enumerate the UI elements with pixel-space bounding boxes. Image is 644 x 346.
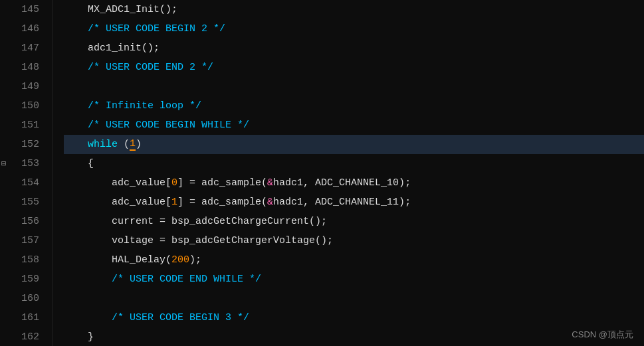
line-num-145: 145 [0, 0, 45, 19]
code-line-148: /* USER CODE END 2 */ [64, 58, 644, 77]
code-line-155: adc_value[1] = adc_sample(&hadc1, ADC_CH… [64, 193, 644, 212]
code-text: ] = adc_sample( [177, 197, 267, 208]
code-text: current = bsp_adcGetChargeCurrent(); [64, 216, 327, 227]
code-line-151: /* USER CODE BEGIN WHILE */ [64, 116, 644, 135]
code-line-146: /* USER CODE BEGIN 2 */ [64, 19, 644, 39]
line-num-157: 157 [0, 231, 45, 250]
code-text: ( [118, 139, 130, 150]
code-text: /* USER CODE BEGIN WHILE */ [64, 120, 249, 131]
code-content: MX_ADC1_Init(); /* USER CODE BEGIN 2 */ … [53, 0, 644, 346]
code-line-153: { [64, 154, 644, 173]
code-line-156: current = bsp_adcGetChargeCurrent(); [64, 212, 644, 231]
code-text: hadc1, ADC_CHANNEL_11); [273, 197, 411, 208]
line-num-149: 149 [0, 77, 45, 96]
code-line-149 [64, 77, 644, 96]
line-num-161: 161 [0, 308, 45, 327]
line-num-152: 152 [0, 135, 45, 154]
code-line-150: /* Infinite loop */ [64, 96, 644, 116]
code-text: /* Infinite loop */ [64, 100, 201, 112]
watermark: CSDN @顶点元 [572, 329, 633, 341]
code-text: /* USER CODE END 2 */ [64, 62, 213, 73]
code-text: adc_value[ [64, 197, 171, 208]
while-keyword: while [64, 139, 118, 150]
code-text: adc1_init(); [64, 43, 160, 54]
line-num-150: 150 [0, 96, 45, 116]
line-num-151: 151 [0, 116, 45, 135]
code-text: hadc1, ADC_CHANNEL_10); [273, 177, 411, 189]
code-text: adc_value[ [64, 177, 171, 189]
code-line-159: /* USER CODE END WHILE */ [64, 270, 644, 289]
line-num-155: 155 [0, 193, 45, 212]
code-text: } [64, 331, 94, 343]
code-line-161: /* USER CODE BEGIN 3 */ [64, 308, 644, 327]
code-text: /* USER CODE END WHILE */ [64, 274, 261, 285]
code-editor: 145 146 147 148 149 150 151 152 153 154 … [0, 0, 644, 346]
code-amp: & [267, 197, 273, 208]
code-text: HAL_Delay( [64, 254, 171, 266]
code-text: voltage = bsp_adcGetChargerVoltage(); [64, 235, 333, 246]
line-num-146: 146 [0, 19, 45, 39]
code-text: ] = adc_sample( [177, 177, 267, 189]
line-num-162: 162 [0, 327, 45, 346]
line-num-158: 158 [0, 250, 45, 270]
code-line-154: adc_value[0] = adc_sample(&hadc1, ADC_CH… [64, 173, 644, 193]
code-num: 1 [171, 197, 177, 208]
line-num-148: 148 [0, 58, 45, 77]
code-num: 0 [171, 177, 177, 189]
code-line-145: MX_ADC1_Init(); [64, 0, 644, 19]
line-num-159: 159 [0, 270, 45, 289]
code-line-160 [64, 289, 644, 308]
line-num-160: 160 [0, 289, 45, 308]
code-text: ) [136, 139, 142, 150]
line-num-153: 153 [0, 154, 45, 173]
code-line-152: while (1) [64, 135, 644, 154]
code-text: /* USER CODE BEGIN 3 */ [64, 312, 249, 323]
code-line-158: HAL_Delay(200); [64, 250, 644, 270]
code-num: 200 [171, 254, 189, 266]
number-1: 1 [130, 138, 136, 151]
line-num-156: 156 [0, 212, 45, 231]
code-text: MX_ADC1_Init(); [64, 4, 177, 15]
code-amp: & [267, 177, 273, 189]
code-text: { [64, 158, 94, 169]
code-text: ); [189, 254, 201, 266]
code-line-162: } [64, 327, 644, 346]
line-num-154: 154 [0, 173, 45, 193]
code-line-157: voltage = bsp_adcGetChargerVoltage(); [64, 231, 644, 250]
code-text: /* USER CODE BEGIN 2 */ [64, 23, 225, 35]
line-numbers: 145 146 147 148 149 150 151 152 153 154 … [0, 0, 53, 346]
line-num-147: 147 [0, 39, 45, 58]
code-line-147: adc1_init(); [64, 39, 644, 58]
